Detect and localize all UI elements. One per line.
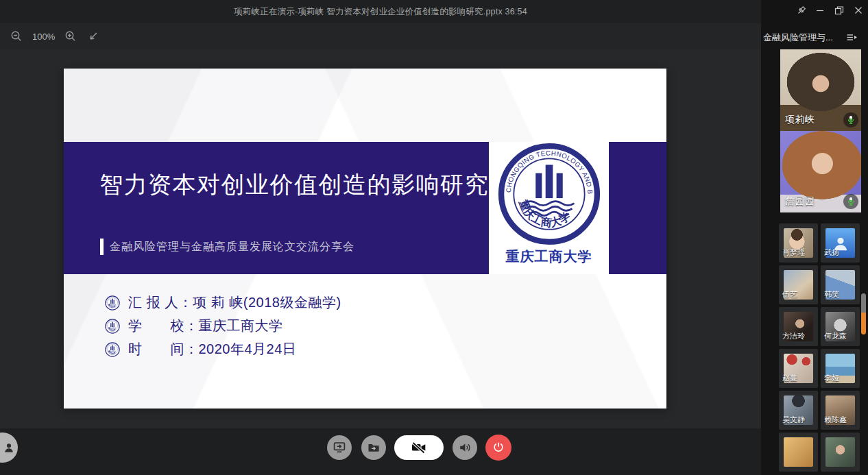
participant-name: 伍艺 — [782, 289, 797, 300]
mic-glyph — [847, 197, 855, 206]
participant-name: 李娅 — [824, 373, 839, 383]
zoom-in-button[interactable] — [64, 29, 77, 44]
zoom-in-icon — [64, 30, 77, 42]
participant-name: 项莉峡 — [785, 114, 815, 126]
slide-title: 智力资本对创业价值创造的影响研究 — [99, 169, 489, 201]
participant-tile[interactable]: 方洁玲 — [779, 307, 818, 346]
participant-name: 吴文静 — [782, 415, 805, 425]
slide: 智力资本对创业价值创造的影响研究 金融风险管理与金融高质量发展论文交流分享会 重… — [64, 69, 666, 409]
meeting-controls-bar — [0, 428, 761, 475]
participant-tile[interactable]: 武扬 — [821, 223, 860, 263]
audio-button[interactable] — [453, 435, 477, 460]
fit-to-window-button[interactable] — [86, 29, 100, 44]
zoom-toolbar: 100% — [0, 23, 761, 49]
member-button[interactable] — [0, 433, 18, 463]
participant-avatar — [825, 437, 855, 467]
presentation-title: 项莉峡正在演示-项莉峡 智力资本对创业企业价值创造的影响研究.pptx 36:5… — [234, 6, 527, 18]
mic-icon[interactable] — [843, 194, 858, 209]
participants-scrollbar[interactable] — [861, 293, 866, 334]
meeting-title: 金融风险管理与... — [763, 32, 833, 44]
slide-title-banner: 智力资本对创业价值创造的影响研究 金融风险管理与金融高质量发展论文交流分享会 重… — [64, 142, 666, 274]
power-icon — [492, 441, 505, 454]
participant-tile[interactable] — [821, 433, 860, 472]
pin-icon — [796, 5, 806, 16]
participant-list-button[interactable] — [846, 32, 858, 45]
list-item: 汇 报 人：项 莉 峡(2018级金融学) — [105, 295, 341, 310]
video-tile[interactable]: 项莉峡 — [780, 49, 861, 131]
participant-name: 韩笑 — [824, 289, 839, 300]
close-button[interactable] — [852, 3, 865, 18]
participant-name: 赵蔓 — [782, 373, 797, 383]
mic-glyph — [847, 115, 855, 125]
list-item: 时 间：2020年4月24日 — [105, 341, 341, 357]
main-column: 项莉峡正在演示-项莉峡 智力资本对创业企业价值创造的影响研究.pptx 36:5… — [0, 0, 761, 475]
zoom-out-icon — [10, 30, 23, 42]
share-screen-button[interactable] — [327, 435, 352, 460]
pin-button[interactable] — [794, 3, 808, 18]
minimize-icon — [815, 5, 825, 15]
participant-tile[interactable]: 何龙森 — [821, 307, 860, 346]
university-logo-panel: 重庆工商大学 — [489, 142, 609, 274]
date-line: 时 间：2020年4月24日 — [128, 340, 296, 358]
participant-tile[interactable]: 李娅 — [821, 349, 860, 388]
participant-tile[interactable]: 伍艺 — [779, 265, 818, 304]
speaker-icon — [458, 441, 472, 454]
fit-arrow-icon — [88, 31, 99, 42]
share-screen-icon — [333, 441, 346, 454]
folder-share-icon — [367, 441, 381, 454]
slide-subtitle-row: 金融风险管理与金融高质量发展论文交流分享会 — [100, 239, 354, 255]
meeting-header: 金融风险管理与... — [763, 30, 866, 45]
camera-off-icon — [410, 440, 428, 455]
zoom-level: 100% — [32, 32, 55, 42]
seal-bullet-icon — [105, 342, 120, 357]
end-meeting-button[interactable] — [485, 435, 511, 461]
participant-tile[interactable]: 赵蔓 — [779, 349, 818, 388]
school-line: 学 校：重庆工商大学 — [128, 317, 283, 335]
slide-subtitle: 金融风险管理与金融高质量发展论文交流分享会 — [110, 240, 354, 254]
participant-tile[interactable] — [779, 433, 818, 472]
restore-button[interactable] — [832, 3, 846, 18]
participants-sidebar: 金融风险管理与... 项莉峡詹园园 肖梦瑶武扬伍艺韩笑方洁玲何龙森赵蔓李娅吴文静… — [761, 0, 868, 475]
person-icon — [3, 441, 15, 454]
presentation-stage: 智力资本对创业价值创造的影响研究 金融风险管理与金融高质量发展论文交流分享会 重… — [0, 49, 761, 428]
participant-name: 肖梦瑶 — [782, 247, 805, 258]
participant-tile[interactable]: 吴文静 — [779, 391, 818, 430]
zoom-out-button[interactable] — [10, 29, 23, 44]
seal-bullet-icon — [105, 295, 120, 310]
featured-video-tiles: 项莉峡詹园园 — [780, 49, 861, 212]
subtitle-bar — [100, 239, 104, 255]
presenter-line: 汇 报 人：项 莉 峡(2018级金融学) — [128, 293, 341, 312]
participant-name: 武扬 — [824, 247, 839, 258]
video-tile[interactable]: 詹园园 — [780, 131, 861, 212]
window-controls — [794, 3, 865, 18]
close-icon — [854, 5, 863, 15]
minimize-button[interactable] — [813, 3, 827, 18]
list-menu-icon — [846, 32, 858, 42]
participant-name: 何龙森 — [824, 331, 847, 341]
presentation-titlebar: 项莉峡正在演示-项莉峡 智力资本对创业企业价值创造的影响研究.pptx 36:5… — [0, 0, 761, 23]
participant-avatar — [784, 437, 813, 467]
share-file-button[interactable] — [361, 435, 386, 460]
slide-info-list: 汇 报 人：项 莉 峡(2018级金融学) 学 校：重庆工商大学 时 间：202… — [105, 295, 341, 357]
mic-icon[interactable] — [843, 112, 858, 127]
participant-name: 赖陈鑫 — [824, 415, 847, 425]
camera-toggle-button[interactable] — [394, 435, 444, 460]
meeting-window: 项莉峡正在演示-项莉峡 智力资本对创业企业价值创造的影响研究.pptx 36:5… — [0, 0, 868, 475]
participant-grid: 肖梦瑶武扬伍艺韩笑方洁玲何龙森赵蔓李娅吴文静赖陈鑫 — [779, 223, 860, 472]
participant-tile[interactable]: 肖梦瑶 — [779, 223, 818, 263]
participant-name: 詹园园 — [785, 195, 815, 208]
participant-tile[interactable]: 赖陈鑫 — [821, 391, 860, 430]
list-item: 学 校：重庆工商大学 — [105, 318, 341, 334]
participant-name: 方洁玲 — [782, 331, 805, 341]
university-seal-icon — [497, 142, 601, 246]
participant-tile[interactable]: 韩笑 — [821, 265, 860, 304]
seal-bullet-icon — [105, 319, 120, 334]
restore-icon — [834, 5, 844, 15]
university-name: 重庆工商大学 — [506, 247, 592, 266]
